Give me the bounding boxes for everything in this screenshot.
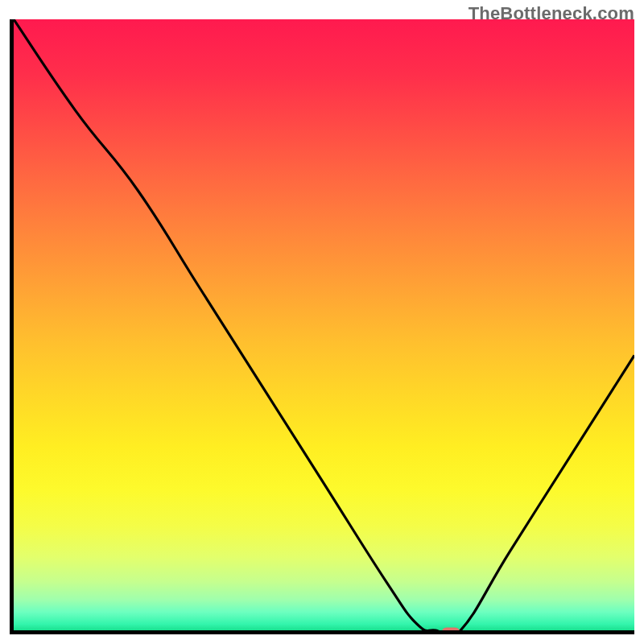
plot-area bbox=[10, 19, 634, 634]
gradient-background bbox=[14, 19, 634, 630]
chart-container: TheBottleneck.com line bottleneck-curve bbox=[0, 0, 644, 644]
optimum-marker bbox=[442, 627, 460, 634]
